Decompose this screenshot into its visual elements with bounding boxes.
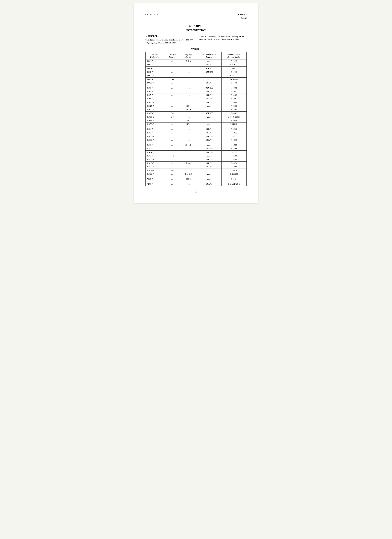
table-cell: 310-49-A: [145, 119, 164, 122]
table-row: 310-29-AE-5........105U/100F-88689: [145, 111, 247, 115]
table-row: 310-27-A....NE-1-B..........F-68504: [145, 108, 247, 111]
table-cell: 314-1-A: [145, 143, 164, 147]
table-cell: ..........: [197, 74, 222, 77]
table-cell: E-5: [164, 111, 180, 115]
table-cell: F-73056-2: [222, 77, 247, 81]
table-cell: 105U/69: [197, 147, 222, 150]
chapter-label: Chapter 3: [238, 13, 247, 16]
table-cell: F-88689: [222, 86, 247, 90]
table-cell: 105U/100: [197, 111, 222, 115]
table-cell: ........: [180, 158, 197, 161]
table-cell: NE-1: [180, 122, 197, 126]
table-cell: F-88689: [222, 111, 247, 115]
table-cell: ........: [180, 165, 197, 168]
table-cell: ....: [164, 131, 180, 135]
table-cell: ........: [180, 67, 197, 70]
table-cell: .........: [180, 147, 197, 150]
table-cell: ....: [164, 119, 180, 122]
table-cell: 105U/108: [197, 67, 222, 70]
table-cell: ........: [180, 63, 197, 67]
page-number: - 2 -: [145, 191, 247, 193]
table-row: 703-3-A....ND-2..........E-82424: [145, 177, 247, 181]
table-cell: 314-17-A: [145, 165, 164, 168]
table-row: 314-5-A............105U/18F-73733: [145, 150, 247, 154]
table-cell: 310-53-A: [145, 122, 164, 126]
table-cell: 310-31-B: [145, 115, 164, 119]
table-cell: 105U/139: [197, 86, 222, 90]
table-cell: ..........: [197, 104, 222, 108]
table-cell: ..........: [197, 177, 222, 181]
table-cell: ........: [180, 97, 197, 101]
table-cell: 105U/15: [197, 131, 222, 135]
col-navy: Navy TypeNumber: [180, 52, 197, 59]
table-cell: E-44895: [222, 67, 247, 70]
table-cell: 105U/70: [197, 97, 222, 101]
col-eclipse: EclipseDesignation: [145, 52, 164, 59]
table-cell: ....: [164, 165, 180, 168]
table-cell: 314-7-A: [145, 154, 164, 158]
page: CATALOG L Chapter 3 Part C SECTION I INT…: [134, 3, 258, 203]
table-cell: ..........: [197, 172, 222, 176]
general-right: Driven, Single-Voltage, D-C Generators, …: [198, 35, 247, 44]
table-row: 313-13-A............105U/17F-88960: [145, 138, 247, 142]
table-cell: ..........: [197, 108, 222, 111]
table-cell: D-3: [164, 74, 180, 77]
table-cell: F-69080: [222, 104, 247, 108]
table-cell: 310-27-A: [145, 108, 164, 111]
table-cell: ........: [180, 150, 197, 154]
table-cell: 105U/18: [197, 150, 222, 154]
table-cell: ....: [164, 182, 180, 186]
table-cell: 310-7-A: [145, 93, 164, 97]
table-cell: ........: [180, 138, 197, 142]
table-cell: ........: [180, 115, 197, 119]
table-cell: 105U/67: [197, 90, 222, 93]
table-cell: ........: [180, 182, 197, 186]
table-cell: 703-3-A: [145, 177, 164, 181]
table-cell: ....: [164, 161, 180, 165]
table-cell: 105U/17: [197, 138, 222, 142]
table-cell: ....: [164, 104, 180, 108]
table-cell: E-81718-310-31: [222, 115, 247, 119]
table-cell: 105U/12: [197, 81, 222, 85]
table-row: 310-53-A....NE-1..........F-114161: [145, 122, 247, 126]
table-cell: ........: [180, 93, 197, 97]
table-cell: ....: [164, 90, 180, 93]
part-label: Part C: [241, 17, 247, 19]
table-cell: 105U/65: [197, 63, 222, 67]
table-cell: ....: [164, 67, 180, 70]
table-cell: 105U/20: [197, 161, 222, 165]
table-cell: ....: [164, 138, 180, 142]
table-cell: 728-1-A: [145, 182, 164, 186]
table-cell: F-88692: [222, 97, 247, 101]
table-cell: ....: [164, 81, 180, 85]
table-cell: ........: [180, 74, 197, 77]
table-cell: D-4: [164, 77, 180, 81]
table-cell: ........: [180, 70, 197, 74]
table-row: 314-1-A....NN-1-B..........F-73998: [145, 143, 247, 147]
table-row: 309-3-A............105U/65E-61912-2: [145, 63, 247, 67]
table-cell: F-69080: [222, 119, 247, 122]
table-cell: E-67512-728-1: [222, 182, 247, 186]
table-cell: F-114161: [222, 122, 247, 126]
table-cell: ........: [180, 154, 197, 158]
table-cell: ....: [164, 59, 180, 63]
table-cell: F-88692: [222, 90, 247, 93]
table-cell: F-70300: [222, 154, 247, 158]
table-row: 309-25-A............105U/12E-85469: [145, 81, 247, 85]
intro-title: INTRODUCTION: [145, 29, 247, 32]
table-cell: F-88922: [222, 135, 247, 138]
table-cell: E-61912-2: [222, 63, 247, 67]
table-cell: ........: [180, 81, 197, 85]
table-cell: ND-2: [180, 177, 197, 181]
table-row: 310-49-A....NE-1..........F-69080: [145, 119, 247, 122]
table-cell: F-81699: [222, 165, 247, 168]
page-header: CATALOG L Chapter 3 Part C: [145, 13, 247, 20]
table-row: 313-1-A............105U/14F-88960: [145, 127, 247, 131]
table-cell: F-88960: [222, 127, 247, 131]
table-row: 314-29-AM-1..................F-84654: [145, 169, 247, 172]
table-row: 314-17-A............105U/21F-81699: [145, 165, 247, 168]
table-row: 310-25-A....NE-1..........F-69080: [145, 104, 247, 108]
table-title: TABLE 1: [145, 48, 247, 50]
table-cell: 309-17-A: [145, 74, 164, 77]
table-cell: ....: [164, 101, 180, 104]
